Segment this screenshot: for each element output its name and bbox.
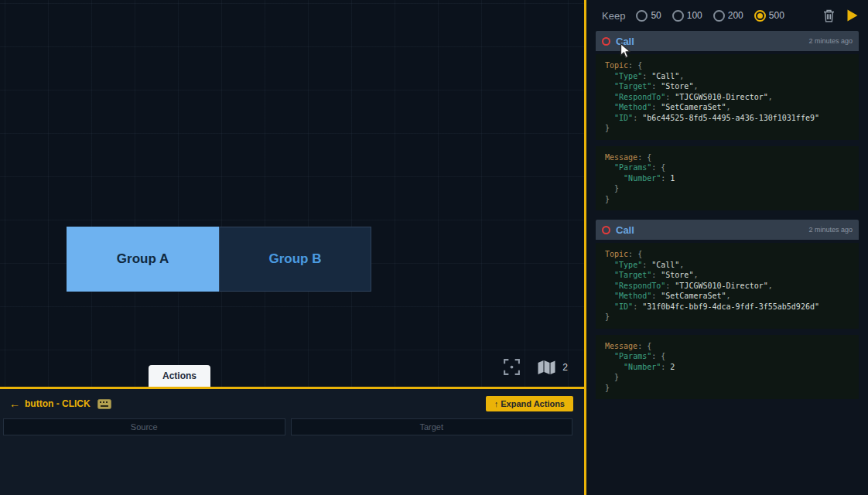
action-title-wrap: ← button - CLICK xyxy=(9,398,111,410)
action-title: button - CLICK xyxy=(25,398,91,409)
group-a-button[interactable]: Group A xyxy=(67,227,219,292)
flow-canvas[interactable]: Group A Group B xyxy=(0,0,584,389)
app-window: Group A Group B xyxy=(0,0,868,495)
radio-icon xyxy=(636,10,648,22)
keep-option-100[interactable]: 100 xyxy=(672,10,702,22)
message-title: Call xyxy=(616,224,634,236)
group-button-pair: Group A Group B xyxy=(67,227,371,292)
keep-option-label: 500 xyxy=(769,10,784,21)
keep-option-50[interactable]: 50 xyxy=(636,10,661,22)
radio-icon xyxy=(713,10,725,22)
message-timestamp: 2 minutes ago xyxy=(808,226,853,234)
back-arrow-icon[interactable]: ← xyxy=(9,398,20,410)
message-header[interactable]: Call2 minutes ago xyxy=(596,220,859,240)
keyboard-icon xyxy=(97,399,111,409)
group-b-button[interactable]: Group B xyxy=(219,227,371,292)
call-status-icon xyxy=(602,37,610,46)
message-json: Message: { "Params": { "Number": 2 } } xyxy=(596,335,859,400)
message-log-toolbar: Keep 50100200500 xyxy=(586,0,868,31)
radio-icon xyxy=(754,10,766,22)
message-card: Call2 minutes agoTopic: { "Type": "Call"… xyxy=(596,220,859,399)
message-header[interactable]: Call2 minutes ago xyxy=(596,31,859,51)
toolbar-actions xyxy=(823,9,859,22)
actions-panel: ← button - CLICK ↑ Expand Actions xyxy=(0,389,584,495)
fullscreen-icon[interactable] xyxy=(502,357,521,377)
left-column: Group A Group B xyxy=(0,0,586,495)
keep-label: Keep xyxy=(602,10,625,22)
message-timestamp: 2 minutes ago xyxy=(808,37,853,45)
message-json: Message: { "Params": { "Number": 1 } } xyxy=(596,146,859,211)
keep-option-label: 100 xyxy=(687,10,702,21)
keep-option-label: 50 xyxy=(651,10,661,21)
actions-tab[interactable]: Actions xyxy=(149,365,210,387)
source-input[interactable] xyxy=(3,418,285,435)
target-input[interactable] xyxy=(291,418,573,435)
trash-icon[interactable] xyxy=(823,9,835,22)
keep-options-group: 50100200500 xyxy=(636,10,784,22)
keep-option-200[interactable]: 200 xyxy=(713,10,743,22)
mapping-inputs-row xyxy=(3,418,572,435)
radio-icon xyxy=(672,10,684,22)
map-icon xyxy=(537,360,556,375)
actions-panel-header: ← button - CLICK ↑ Expand Actions xyxy=(0,389,584,411)
keep-option-label: 200 xyxy=(728,10,743,21)
map-count: 2 xyxy=(562,362,568,373)
expand-actions-button[interactable]: ↑ Expand Actions xyxy=(486,396,573,411)
message-title: Call xyxy=(616,36,634,47)
call-status-icon xyxy=(602,226,610,234)
canvas-controls: 2 xyxy=(502,357,568,377)
message-card: Call2 minutes agoTopic: { "Type": "Call"… xyxy=(596,31,859,210)
keep-option-500[interactable]: 500 xyxy=(754,10,784,22)
message-list: Call2 minutes agoTopic: { "Type": "Call"… xyxy=(586,31,868,495)
topic-json: Topic: { "Type": "Call", "Target": "Stor… xyxy=(596,54,859,140)
play-icon[interactable] xyxy=(846,9,859,22)
message-log-panel: Keep 50100200500 Call2 minutes agoTopic:… xyxy=(586,0,868,495)
minimap-control[interactable]: 2 xyxy=(537,360,568,375)
topic-json: Topic: { "Type": "Call", "Target": "Stor… xyxy=(596,243,859,329)
